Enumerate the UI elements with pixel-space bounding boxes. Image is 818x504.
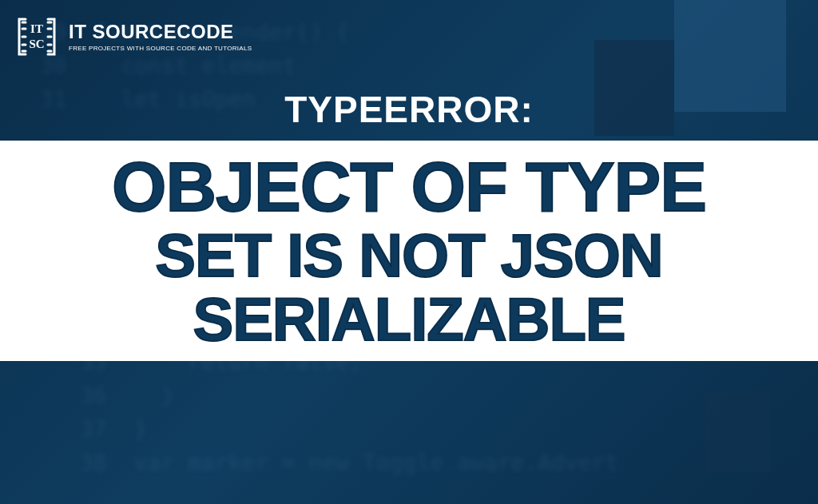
brand-tagline: FREE PROJECTS WITH SOURCE CODE AND TUTOR… — [69, 45, 252, 52]
error-heading: TYPEERROR: — [0, 88, 818, 131]
banner-line-1: OBJECT OF TYPE — [112, 150, 706, 224]
logo-icon: IT SC — [14, 14, 59, 59]
svg-text:SC: SC — [29, 38, 44, 50]
title-banner: OBJECT OF TYPE SET IS NOT JSON SERIALIZA… — [0, 141, 818, 361]
thumbnail-container: 29 function render() { 30 const element … — [0, 0, 818, 504]
banner-line-2: SET IS NOT JSON SERIALIZABLE — [16, 224, 802, 351]
brand-name: IT SOURCECODE — [69, 22, 252, 42]
svg-text:IT: IT — [30, 22, 43, 35]
bg-square — [706, 392, 770, 472]
logo-area: IT SC IT SOURCECODE FREE PROJECTS WITH S… — [14, 14, 252, 59]
logo-text-group: IT SOURCECODE FREE PROJECTS WITH SOURCE … — [69, 22, 252, 52]
